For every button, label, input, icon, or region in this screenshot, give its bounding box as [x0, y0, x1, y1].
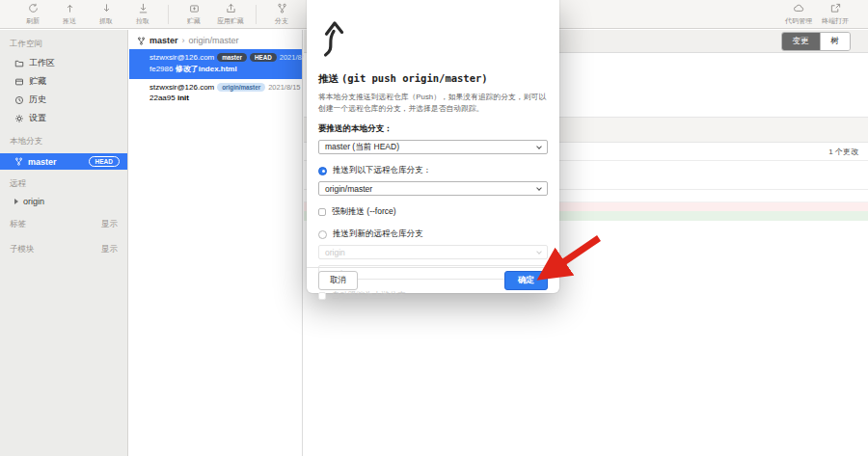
force-push-label: 强制推送 (--force) [332, 206, 396, 218]
stash-icon [189, 3, 200, 14]
toolbar-label: 推送 [63, 16, 76, 26]
sidebar-item-stash[interactable]: 贮藏 [0, 72, 127, 91]
toolbar-label: 代码管理 [785, 16, 812, 26]
code-management-button[interactable]: 代码管理 [785, 3, 812, 26]
branch-icon [277, 3, 287, 14]
apply-stash-button[interactable]: 应用贮藏 [217, 3, 244, 26]
history-icon [14, 95, 24, 105]
pull-button[interactable]: 拉取 [129, 3, 156, 26]
push-icon [65, 3, 75, 14]
commit-hash: fe2986 [149, 65, 173, 73]
sidebar-item-settings[interactable]: 设置 [0, 109, 127, 127]
local-branch-select[interactable]: master (当前 HEAD) [318, 140, 548, 154]
toolbar-label: 贮藏 [187, 16, 201, 26]
local-branch-value: master (当前 HEAD) [325, 142, 399, 153]
tags-section-header: 标签 [10, 219, 26, 230]
sidebar-item-label: 设置 [29, 112, 46, 124]
commit-date: 2021/8/15 [268, 83, 300, 92]
sidebar-branch-master[interactable]: master HEAD [0, 153, 127, 170]
sidebar-item-label: 历史 [29, 94, 46, 106]
submodules-show-link[interactable]: 显示 [101, 244, 118, 255]
push-arrow-icon [318, 19, 351, 58]
view-toggle: 变更 树 [781, 32, 852, 51]
refresh-button[interactable]: 刷新 [19, 3, 46, 26]
head-badge: HEAD [89, 156, 120, 167]
fetch-icon [101, 3, 112, 14]
toolbar-label: 拉取 [136, 16, 149, 26]
checkbox-unchecked-icon[interactable] [318, 208, 326, 216]
chevron-down-icon [536, 249, 542, 255]
toolbar-right-group: 代码管理 终端打开 [785, 3, 849, 26]
gear-icon [14, 114, 24, 123]
commit-author: stzwxsir@126.com [149, 83, 214, 92]
branch-icon [14, 157, 23, 166]
remote-branch-select[interactable]: origin/master [318, 181, 548, 196]
new-remote-value: origin [325, 248, 345, 257]
commit-hash: 22aa95 [149, 94, 176, 102]
terminal-open-icon [830, 3, 841, 14]
dialog-footer: 取消 确定 [307, 267, 559, 293]
cancel-button[interactable]: 取消 [318, 271, 358, 290]
commit-row[interactable]: stzwxsir@126.com master HEAD 2021/8/15 f… [129, 49, 302, 79]
radio-unselected-icon[interactable] [318, 230, 327, 239]
push-button[interactable]: 推送 [56, 3, 83, 26]
chevron-down-icon [536, 144, 542, 149]
tags-show-link[interactable]: 显示 [101, 219, 118, 230]
radio-selected-icon[interactable] [318, 167, 327, 175]
apply-stash-icon [226, 3, 236, 14]
sidebar-item-workspace[interactable]: 工作区 [0, 54, 127, 72]
toolbar-left-group: 刷新 推送 抓取 拉取 贮藏 [19, 3, 332, 26]
breadcrumb-separator: › [182, 36, 185, 45]
sidebar-item-history[interactable]: 历史 [0, 91, 127, 109]
view-toggle-tree[interactable]: 树 [821, 33, 851, 50]
stash-button[interactable]: 贮藏 [180, 3, 207, 26]
stash-box-icon [14, 77, 24, 87]
force-push-row[interactable]: 强制推送 (--force) [318, 206, 548, 218]
changes-count: 1 个更改 [828, 147, 858, 157]
dialog-description: 将本地分支推送到远程仓库（Push），如果没有追踪的分支，则可以创建一个远程仓库… [318, 92, 548, 115]
commit-message: init [177, 94, 189, 102]
dialog-title-command: (git push origin/master) [341, 72, 488, 84]
pull-icon [138, 3, 149, 14]
commit-author: stzwxsir@126.com [149, 53, 214, 62]
commit-row[interactable]: stzwxsir@126.com origin/master 2021/8/15… [129, 79, 302, 107]
remote-name: origin [23, 197, 44, 206]
dialog-title-text: 推送 [318, 72, 341, 84]
ok-button[interactable]: 确定 [504, 271, 548, 290]
submodules-section-header: 子模块 [10, 244, 35, 255]
push-new-label: 推送到新的远程仓库分支 [333, 228, 423, 240]
toolbar-label: 抓取 [99, 16, 113, 26]
local-branch-label: 要推送的本地分支： [318, 123, 548, 135]
folder-icon [14, 59, 24, 68]
tags-section-row: 标签 显示 [0, 209, 127, 234]
branch-button[interactable]: 分支 [268, 3, 295, 26]
remotes-section-header: 远程 [0, 170, 127, 194]
new-remote-select: origin [318, 245, 548, 259]
push-existing-radio-row[interactable]: 推送到以下远程仓库分支： [318, 165, 548, 176]
upstream-branch-label: origin/master [189, 36, 239, 45]
view-toggle-changes[interactable]: 变更 [782, 33, 821, 50]
remote-branch-value: origin/master [325, 184, 372, 194]
push-new-radio-row[interactable]: 推送到新的远程仓库分支 [318, 228, 548, 240]
fetch-button[interactable]: 抓取 [93, 3, 120, 26]
toolbar-label: 应用贮藏 [217, 16, 244, 26]
toolbar-label: 刷新 [26, 16, 40, 26]
toolbar-label: 分支 [275, 16, 288, 26]
sidebar-item-label: 工作区 [29, 57, 55, 69]
cloud-icon [793, 3, 804, 14]
checkbox-unchecked-icon [318, 292, 326, 300]
sidebar-item-label: 贮藏 [29, 75, 46, 88]
remote-branch-badge: origin/master [217, 83, 265, 92]
commit-list-header: master › origin/master [129, 30, 302, 49]
open-terminal-button[interactable]: 终端打开 [822, 3, 849, 26]
toolbar-separator [256, 5, 257, 24]
toolbar-label: 终端打开 [822, 16, 849, 26]
commit-message: 修改了index.html [176, 65, 237, 73]
head-badge: HEAD [250, 53, 277, 62]
disclosure-triangle-icon[interactable] [14, 199, 18, 204]
branch-name: master [28, 157, 57, 167]
sidebar: 工作空间 工作区 贮藏 历史 设置 本地分支 master HEAD 远程 or… [0, 30, 128, 456]
current-branch-label: master [149, 36, 178, 45]
sidebar-remote-origin[interactable]: origin [0, 194, 127, 209]
submodules-section-row: 子模块 显示 [0, 234, 127, 259]
